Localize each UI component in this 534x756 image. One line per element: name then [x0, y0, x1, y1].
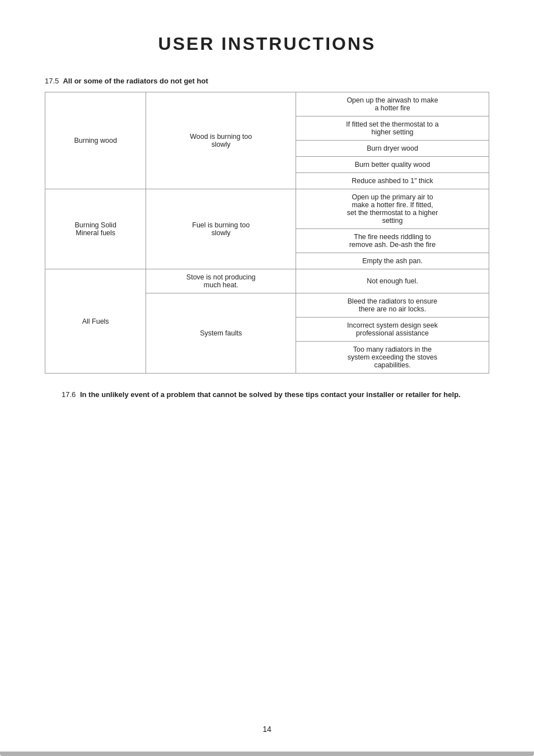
- section-17-6-number: 17.6: [62, 390, 76, 399]
- solution-cell: Burn dryer wood: [296, 141, 489, 157]
- solution-cell: If fitted set the thermostat to ahigher …: [296, 116, 489, 141]
- cause-system-faults: System faults: [146, 293, 296, 374]
- table-row: Burning wood Wood is burning tooslowly O…: [45, 92, 489, 116]
- fuel-type-burning-wood: Burning wood: [45, 92, 146, 189]
- section-17-5-title: All or some of the radiators do not get …: [63, 77, 208, 85]
- troubleshooting-table: Burning wood Wood is burning tooslowly O…: [45, 92, 489, 374]
- bottom-bar: [0, 752, 534, 756]
- solution-cell: Too many radiators in thesystem exceedin…: [296, 342, 489, 374]
- solution-cell: Burn better quality wood: [296, 157, 489, 173]
- fuel-type-solid-mineral: Burning SolidMineral fuels: [45, 189, 146, 269]
- table-row: Burning SolidMineral fuels Fuel is burni…: [45, 189, 489, 229]
- cause-fuel-burning-slowly: Fuel is burning tooslowly: [146, 189, 296, 269]
- solution-cell: Reduce ashbed to 1" thick: [296, 173, 489, 189]
- table-row: All Fuels Stove is not producingmuch hea…: [45, 269, 489, 293]
- solution-cell: Empty the ash pan.: [296, 253, 489, 269]
- solution-cell: Incorrect system design seekprofessional…: [296, 318, 489, 342]
- cause-not-producing-heat: Stove is not producingmuch heat.: [146, 269, 296, 293]
- page-title: USER INSTRUCTIONS: [45, 34, 489, 54]
- cause-wood-burning-slowly: Wood is burning tooslowly: [146, 92, 296, 189]
- section-17-6-note: 17.6 In the unlikely event of a problem …: [45, 389, 489, 400]
- section-17-5-number: 17.5: [45, 77, 59, 85]
- solution-cell: Open up the airwash to makea hotter fire: [296, 92, 489, 116]
- solution-cell: Open up the primary air tomake a hotter …: [296, 189, 489, 229]
- fuel-type-all-fuels: All Fuels: [45, 269, 146, 374]
- solution-cell: Bleed the radiators to ensurethere are n…: [296, 293, 489, 318]
- solution-cell: Not enough fuel.: [296, 269, 489, 293]
- page-number: 14: [0, 725, 534, 734]
- section-17-5-heading: 17.5 All or some of the radiators do not…: [45, 77, 489, 85]
- solution-cell: The fire needs riddling toremove ash. De…: [296, 229, 489, 253]
- section-17-6-text: In the unlikely event of a problem that …: [80, 390, 461, 399]
